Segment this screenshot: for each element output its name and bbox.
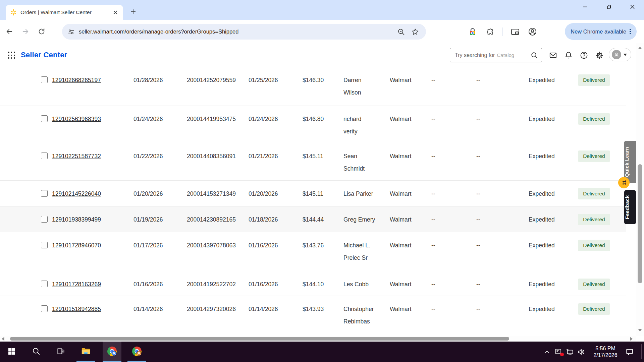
order-date: 01/14/2026 [249,303,278,315]
order-total: $143.93 [303,303,324,315]
row-checkbox[interactable] [41,153,48,159]
search-placeholder-hint: Catalog [497,52,530,58]
po-number: 200014419953475 [187,113,236,125]
back-icon[interactable] [3,25,16,38]
reload-icon[interactable] [35,25,48,38]
order-date: 01/16/2026 [249,278,278,291]
empty-value: -- [431,74,435,86]
table-row: 129101728946070 01/17/2026 2000143970780… [0,232,626,271]
tray-network-icon[interactable] [564,345,576,359]
forward-icon[interactable] [19,25,32,38]
quick-learn-tab[interactable]: Quick Learn [624,141,636,183]
empty-value: -- [476,214,480,226]
taskbar-clock[interactable]: 5:56 PM 2/17/2026 [587,345,624,359]
row-checkbox[interactable] [41,305,48,312]
address-bar[interactable]: seller.walmart.com/orders/manage-orders?… [62,24,426,40]
order-number-link[interactable]: 129101728163269 [52,281,101,288]
show-desktop-button[interactable] [641,344,642,359]
shipping-method: Expedited [529,214,555,226]
settings-gear-icon[interactable] [594,50,604,60]
quick-learn-count-badge[interactable]: 11 [618,177,630,188]
table-row: 129102668265197 01/28/2026 2000142520795… [0,67,626,106]
scroll-up-icon[interactable] [638,47,642,49]
po-number: 200014252079559 [187,74,236,86]
vertical-scrollbar[interactable] [636,43,644,336]
new-tab-button[interactable] [128,7,138,17]
scroll-right-icon[interactable] [630,337,633,341]
site-settings-icon[interactable] [67,28,75,36]
table-row: 129102563968393 01/24/2026 2000144199534… [0,106,626,143]
help-icon[interactable] [579,50,589,60]
bookmark-star-icon[interactable] [411,28,419,36]
order-total: $146.30 [303,74,324,86]
row-checkbox[interactable] [41,190,48,197]
shipping-method: Expedited [529,150,555,163]
search-icon[interactable] [530,51,538,59]
order-number-link[interactable]: 129101938399499 [52,216,101,223]
restore-button[interactable] [597,0,621,13]
tab-close-icon[interactable] [112,9,119,16]
taskbar-search-icon[interactable] [26,342,46,361]
order-total: $144.10 [303,278,324,291]
action-center-icon[interactable] [624,345,635,359]
order-total: $144.44 [303,214,324,226]
new-chrome-available-button[interactable]: New Chrome available [565,23,637,40]
customer-name: ChristopherRebimbas [343,303,387,328]
chevron-down-icon [624,54,627,56]
messages-icon[interactable] [548,50,558,60]
empty-value: -- [476,74,480,86]
start-button[interactable] [2,342,22,361]
horizontal-scroll-thumb[interactable] [10,337,509,341]
customer-name: SeanSchmidt [343,150,387,175]
shipping-method: Expedited [529,239,555,252]
app-launcher-icon[interactable] [8,52,15,59]
global-search-input[interactable]: Try searching for Catalog [450,48,542,62]
tab-search-media-icon[interactable] [511,27,520,37]
horizontal-scrollbar[interactable] [0,336,636,342]
account-menu[interactable] [609,48,631,61]
scroll-left-icon[interactable] [2,337,4,341]
new-chrome-menu-icon[interactable] [630,29,631,35]
ship-date: 01/19/2026 [133,214,163,226]
zoom-out-page-icon[interactable] [397,28,405,36]
order-number-link[interactable]: 129102145226040 [52,190,101,197]
vertical-scroll-thumb[interactable] [638,164,642,283]
order-number-link[interactable]: 129102563968393 [52,116,101,122]
chrome-window-1-icon[interactable] [102,342,122,361]
url-text[interactable]: seller.walmart.com/orders/manage-orders?… [79,28,397,35]
task-view-icon[interactable] [51,342,71,361]
profile-icon[interactable] [528,27,537,36]
row-checkbox[interactable] [41,242,48,248]
password-manager-icon[interactable] [468,27,477,37]
row-checkbox[interactable] [41,76,48,83]
table-row: 129101518942885 01/14/2026 2000142973200… [0,296,626,336]
sales-channel: Walmart [390,113,412,125]
scroll-down-icon[interactable] [638,329,642,331]
order-number-link[interactable]: 129102251587732 [52,153,101,160]
browser-toolbar: seller.walmart.com/orders/manage-orders?… [0,20,644,43]
extensions-puzzle-icon[interactable] [485,27,494,36]
brand-seller-center[interactable]: Seller Center [21,51,67,59]
close-window-button[interactable] [621,0,644,13]
row-checkbox[interactable] [41,216,48,223]
file-explorer-icon[interactable] [76,342,96,361]
order-number-link[interactable]: 129101518942885 [52,306,101,312]
feedback-tab[interactable]: Feedback [624,190,636,224]
order-number-link[interactable]: 129102668265197 [52,77,101,83]
tray-security-icon[interactable] [553,345,564,359]
ship-date: 01/22/2026 [133,150,163,163]
customer-name: DarrenWilson [343,74,387,99]
chrome-window-2-icon[interactable] [127,342,147,361]
minimize-button[interactable] [574,0,597,13]
browser-tab[interactable]: Orders | Walmart Seller Center [6,5,123,20]
notifications-bell-icon[interactable] [564,50,574,60]
order-total: $145.11 [303,188,323,200]
tray-volume-icon[interactable] [576,345,587,359]
row-checkbox[interactable] [41,281,48,287]
row-checkbox[interactable] [41,115,48,122]
avatar [612,50,621,59]
order-number-link[interactable]: 129101728946070 [52,242,101,249]
empty-value: -- [431,239,435,252]
tray-chevron-up-icon[interactable] [541,345,553,359]
shipping-method: Expedited [529,74,555,86]
